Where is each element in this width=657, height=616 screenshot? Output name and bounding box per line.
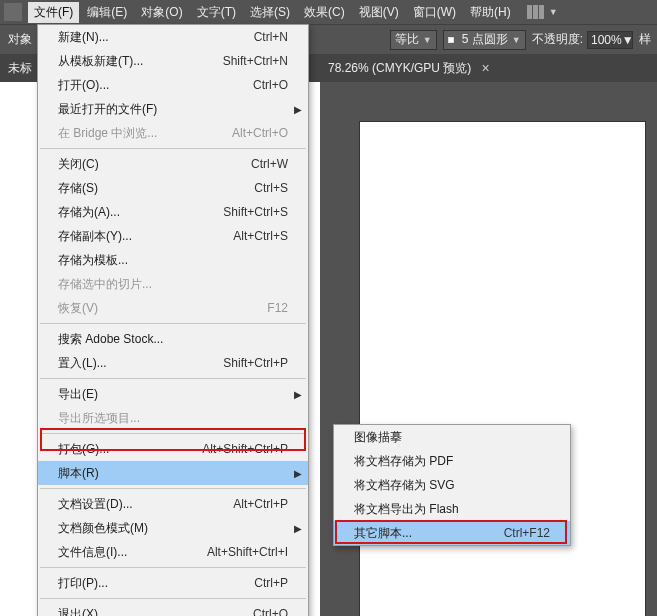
mi-package[interactable]: 打包(G)...Alt+Shift+Ctrl+P <box>38 437 308 461</box>
mi-recent[interactable]: 最近打开的文件(F)▶ <box>38 97 308 121</box>
mi-color-mode[interactable]: 文档颜色模式(M)▶ <box>38 516 308 540</box>
mi-image-trace[interactable]: 图像描摹 <box>334 425 570 449</box>
chevron-down-icon: ▼ <box>512 35 521 45</box>
mi-stock[interactable]: 搜索 Adobe Stock... <box>38 327 308 351</box>
stroke-profile-value: 5 点圆形 <box>462 31 508 48</box>
mi-new[interactable]: 新建(N)...Ctrl+N <box>38 25 308 49</box>
separator <box>40 488 306 489</box>
scale-mode-select[interactable]: 等比 ▼ <box>390 30 437 50</box>
mi-save-as[interactable]: 存储为(A)...Shift+Ctrl+S <box>38 200 308 224</box>
menu-file[interactable]: 文件(F) <box>28 2 79 23</box>
mi-place[interactable]: 置入(L)...Shift+Ctrl+P <box>38 351 308 375</box>
home-icon[interactable] <box>4 3 22 21</box>
document-tab-info[interactable]: 78.26% (CMYK/GPU 预览) × <box>320 54 498 82</box>
app-menubar: 文件(F) 编辑(E) 对象(O) 文字(T) 选择(S) 效果(C) 视图(V… <box>0 0 657 24</box>
separator <box>40 323 306 324</box>
mi-close[interactable]: 关闭(C)Ctrl+W <box>38 152 308 176</box>
opacity-input[interactable]: 100% ▼ <box>587 31 633 49</box>
mi-doc-setup[interactable]: 文档设置(D)...Alt+Ctrl+P <box>38 492 308 516</box>
menu-text[interactable]: 文字(T) <box>191 2 242 23</box>
mi-revert: 恢复(V)F12 <box>38 296 308 320</box>
scripts-submenu: 图像描摹 将文档存储为 PDF 将文档存储为 SVG 将文档导出为 Flash … <box>333 424 571 546</box>
menu-effect[interactable]: 效果(C) <box>298 2 351 23</box>
style-label: 样 <box>639 31 651 48</box>
document-tab[interactable]: 未标 <box>0 54 40 82</box>
file-menu-dropdown: 新建(N)...Ctrl+N 从模板新建(T)...Shift+Ctrl+N 打… <box>37 24 309 616</box>
stroke-swatch-icon <box>448 37 454 43</box>
mi-save-slices: 存储选中的切片... <box>38 272 308 296</box>
mi-save[interactable]: 存储(S)Ctrl+S <box>38 176 308 200</box>
menu-view[interactable]: 视图(V) <box>353 2 405 23</box>
stroke-profile-select[interactable]: 5 点圆形 ▼ <box>443 30 526 50</box>
workspace-icon[interactable] <box>527 5 545 19</box>
menu-object[interactable]: 对象(O) <box>135 2 188 23</box>
chevron-right-icon: ▶ <box>294 389 302 400</box>
opacity-control: 不透明度: 100% ▼ <box>532 31 633 49</box>
mi-open[interactable]: 打开(O)...Ctrl+O <box>38 73 308 97</box>
menu-window[interactable]: 窗口(W) <box>407 2 462 23</box>
menu-edit[interactable]: 编辑(E) <box>81 2 133 23</box>
mi-export-selection: 导出所选项目... <box>38 406 308 430</box>
tab-prefix: 未标 <box>8 60 32 77</box>
mi-file-info[interactable]: 文件信息(I)...Alt+Shift+Ctrl+I <box>38 540 308 564</box>
mi-save-copy[interactable]: 存储副本(Y)...Alt+Ctrl+S <box>38 224 308 248</box>
opacity-value: 100% <box>591 33 622 47</box>
chevron-right-icon: ▶ <box>294 104 302 115</box>
chevron-down-icon: ▼ <box>622 33 634 47</box>
mi-other-scripts[interactable]: 其它脚本...Ctrl+F12 <box>334 521 570 545</box>
chevron-right-icon: ▶ <box>294 468 302 479</box>
separator <box>40 148 306 149</box>
mi-export[interactable]: 导出(E)▶ <box>38 382 308 406</box>
separator <box>40 567 306 568</box>
menu-select[interactable]: 选择(S) <box>244 2 296 23</box>
mi-save-svg[interactable]: 将文档存储为 SVG <box>334 473 570 497</box>
separator <box>40 378 306 379</box>
separator <box>40 598 306 599</box>
mi-save-template[interactable]: 存储为模板... <box>38 248 308 272</box>
mi-bridge: 在 Bridge 中浏览...Alt+Ctrl+O <box>38 121 308 145</box>
mi-new-template[interactable]: 从模板新建(T)...Shift+Ctrl+N <box>38 49 308 73</box>
separator <box>40 433 306 434</box>
mi-scripts[interactable]: 脚本(R)▶ <box>38 461 308 485</box>
menu-help[interactable]: 帮助(H) <box>464 2 517 23</box>
mi-save-pdf[interactable]: 将文档存储为 PDF <box>334 449 570 473</box>
chevron-down-icon[interactable]: ▼ <box>549 7 558 17</box>
close-icon[interactable]: × <box>481 60 489 76</box>
scale-mode-value: 等比 <box>395 31 419 48</box>
chevron-down-icon: ▼ <box>423 35 432 45</box>
tab-zoom: 78.26% (CMYK/GPU 预览) <box>328 60 471 77</box>
options-left-label: 对象 <box>8 31 32 48</box>
chevron-right-icon: ▶ <box>294 523 302 534</box>
mi-print[interactable]: 打印(P)...Ctrl+P <box>38 571 308 595</box>
mi-exit[interactable]: 退出(X)Ctrl+Q <box>38 602 308 616</box>
opacity-label: 不透明度: <box>532 31 583 48</box>
mi-export-flash[interactable]: 将文档导出为 Flash <box>334 497 570 521</box>
